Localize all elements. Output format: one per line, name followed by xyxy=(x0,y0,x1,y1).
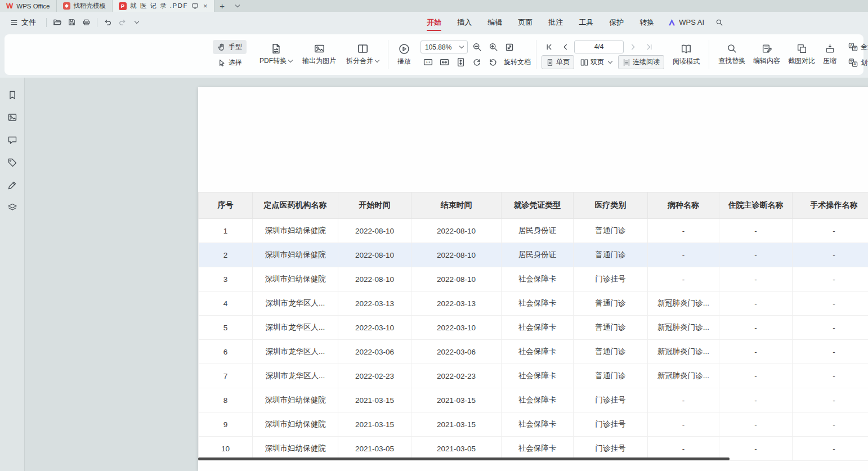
cursor-icon xyxy=(217,59,226,67)
wps-ai-button[interactable]: WPS AI xyxy=(662,18,710,26)
tab-label: 找稻壳模板 xyxy=(74,2,106,10)
tab-document[interactable]: P 就 医 记 录 .PDF × xyxy=(113,0,214,12)
zoom-in-button[interactable] xyxy=(486,41,500,54)
last-page-button[interactable] xyxy=(642,40,656,53)
double-page-button[interactable]: 双页 xyxy=(576,55,616,69)
fit-width-icon xyxy=(440,57,449,67)
read-mode-button[interactable]: 阅读模式 xyxy=(669,41,704,69)
save-icon[interactable] xyxy=(68,18,76,26)
document-viewport[interactable]: 序号定点医药机构名称开始时间结束时间就诊凭证类型医疗类别病种名称住院主诊断名称手… xyxy=(25,78,868,471)
find-replace-button[interactable]: 查找替换 xyxy=(714,41,749,69)
menu-tab-convert[interactable]: 转换 xyxy=(632,12,662,33)
export-image-label: 输出为图片 xyxy=(302,56,336,66)
pdf-convert-button[interactable]: PDF转换 xyxy=(256,41,296,69)
ribbon-tabs: 开始 插入 编辑 页面 批注 工具 保护 转换 WPS AI xyxy=(419,12,729,33)
menu-tab-insert[interactable]: 插入 xyxy=(449,12,480,33)
table-cell: 8 xyxy=(199,388,253,412)
chevron-down-icon[interactable] xyxy=(135,19,139,24)
rotate-right-button[interactable] xyxy=(486,56,500,69)
table-cell: 7 xyxy=(199,364,253,388)
prev-page-button[interactable] xyxy=(558,40,572,53)
menu-tab-comment[interactable]: 批注 xyxy=(540,12,571,33)
table-cell: - xyxy=(719,316,793,340)
sidebar-bookmarks-button[interactable] xyxy=(5,88,20,102)
sidebar-comments-button[interactable] xyxy=(5,133,20,147)
chevron-down-icon xyxy=(608,59,612,64)
table-cell: 3 xyxy=(199,267,253,291)
actual-size-button[interactable]: 1:1 xyxy=(420,56,435,69)
select-tool-button[interactable]: 选择 xyxy=(213,56,247,70)
word-translate-button[interactable]: 文A 划词翻译 xyxy=(844,56,868,70)
undo-icon[interactable] xyxy=(104,18,112,26)
menu-tab-edit[interactable]: 编辑 xyxy=(480,12,510,33)
hand-tool-button[interactable]: 手型 xyxy=(213,40,247,54)
table-cell: 2022-03-13 xyxy=(338,291,411,316)
next-page-button[interactable] xyxy=(625,40,640,53)
table-cell: 深圳市妇幼保健院 xyxy=(253,219,338,243)
rotate-document-button[interactable]: 旋转文档 xyxy=(504,57,531,67)
table-row: 5深圳市龙华区人...2022-03-102022-03-10社会保障卡普通门诊… xyxy=(199,316,868,340)
tab-wps-office[interactable]: W WPS Office xyxy=(0,0,57,12)
tab-label: WPS Office xyxy=(16,3,50,10)
next-page-icon xyxy=(629,43,637,51)
zoom-in-icon xyxy=(489,42,498,52)
print-icon[interactable] xyxy=(82,18,91,26)
sidebar-attachments-button[interactable] xyxy=(5,155,20,170)
table-cell: 2021-03-15 xyxy=(411,388,502,412)
hand-icon xyxy=(217,43,226,51)
edit-content-button[interactable]: 编辑内容 xyxy=(749,41,784,69)
svg-text:A: A xyxy=(853,62,856,66)
horizontal-scrollbar-thumb[interactable] xyxy=(198,457,730,460)
sidebar-sign-button[interactable] xyxy=(5,178,20,192)
tab-list-button[interactable] xyxy=(230,0,243,12)
compress-icon xyxy=(825,43,835,54)
zoom-out-button[interactable] xyxy=(469,41,484,54)
column-header: 病种名称 xyxy=(648,192,719,219)
rotate-left-button[interactable] xyxy=(469,56,484,69)
sidebar-layers-button[interactable] xyxy=(5,200,20,215)
screenshot-compare-button[interactable]: 截图对比 xyxy=(784,41,819,69)
compress-button[interactable]: 压缩 xyxy=(819,41,840,69)
menu-tab-tools[interactable]: 工具 xyxy=(571,12,601,33)
redo-icon[interactable] xyxy=(118,18,127,26)
continuous-read-button[interactable]: 连续阅读 xyxy=(618,55,664,69)
page-number-input[interactable] xyxy=(574,41,624,53)
single-page-button[interactable]: 单页 xyxy=(542,55,574,69)
menu-tab-protect[interactable]: 保护 xyxy=(601,12,632,33)
sidebar-thumbnails-button[interactable] xyxy=(5,110,20,125)
export-image-button[interactable]: 输出为图片 xyxy=(298,41,340,69)
table-cell: - xyxy=(648,388,719,412)
svg-text:文: 文 xyxy=(853,46,857,50)
first-page-button[interactable] xyxy=(542,40,556,53)
fit-width-button[interactable] xyxy=(437,56,451,69)
full-translate-button[interactable]: A文 全文翻译 xyxy=(844,40,868,54)
export-image-icon xyxy=(314,43,325,54)
tab-docer-templates[interactable]: 找稻壳模板 xyxy=(57,0,113,12)
menubar-search-button[interactable] xyxy=(710,19,729,26)
table-cell: 深圳市龙华区人... xyxy=(253,316,338,340)
first-page-icon xyxy=(545,43,553,51)
device-monitor-icon[interactable] xyxy=(191,2,199,10)
table-cell: 2022-08-10 xyxy=(338,243,411,267)
zoom-level-combobox[interactable]: 105.88% xyxy=(420,41,468,53)
chevron-down-icon xyxy=(288,58,293,62)
fit-window-button[interactable] xyxy=(502,41,517,54)
new-tab-button[interactable]: + xyxy=(214,0,230,12)
table-cell: 新冠肺炎门诊... xyxy=(648,316,719,340)
play-label: 播放 xyxy=(397,57,411,66)
rotate-right-icon xyxy=(489,58,498,67)
menu-tab-home[interactable]: 开始 xyxy=(419,12,449,33)
table-cell: 2022-08-10 xyxy=(411,243,502,267)
ribbon-separator xyxy=(388,40,388,69)
split-merge-icon xyxy=(357,43,368,54)
split-merge-button[interactable]: 拆分合并 xyxy=(342,41,383,69)
table-cell: - xyxy=(793,267,868,291)
play-button[interactable]: 播放 xyxy=(393,41,415,69)
menu-tab-page[interactable]: 页面 xyxy=(510,12,540,33)
file-menu-button[interactable]: 文件 xyxy=(6,15,41,30)
hamburger-icon xyxy=(10,19,18,26)
select-tool-label: 选择 xyxy=(229,58,242,68)
open-file-icon[interactable] xyxy=(53,18,61,26)
close-tab-icon[interactable]: × xyxy=(203,2,208,10)
fit-height-button[interactable] xyxy=(453,56,468,69)
